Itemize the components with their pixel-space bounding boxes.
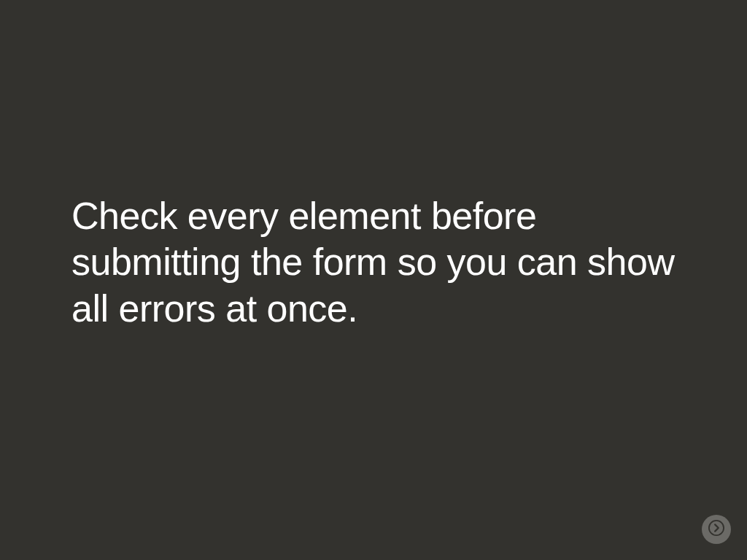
next-button[interactable] (702, 515, 731, 544)
svg-point-0 (709, 521, 724, 535)
slide-text: Check every element before submitting th… (71, 193, 676, 332)
slide-content: Check every element before submitting th… (71, 193, 676, 332)
arrow-right-icon (708, 520, 724, 539)
